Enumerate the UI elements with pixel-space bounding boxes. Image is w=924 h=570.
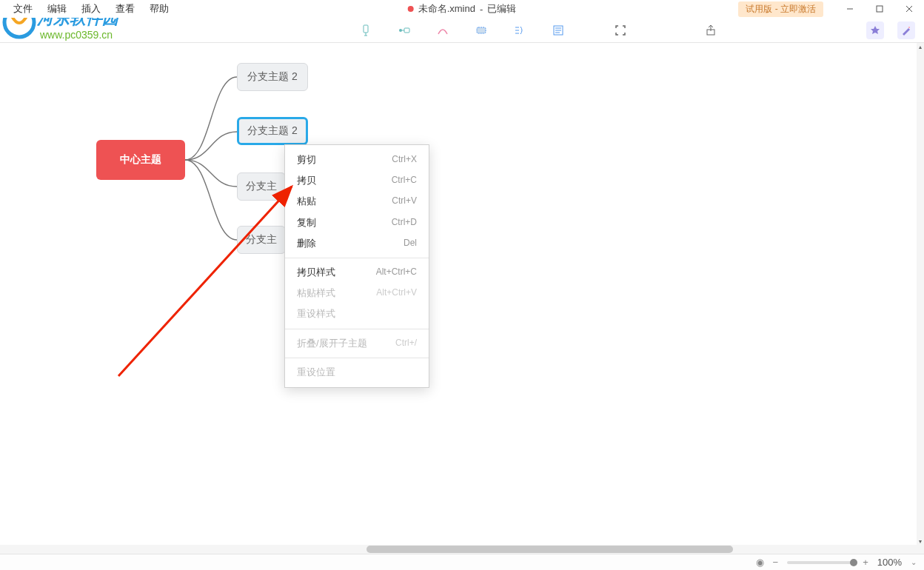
fullscreen-icon[interactable] [612,21,629,39]
relationship-icon[interactable] [434,21,452,39]
menu-reset-style: 重设样式 [285,304,429,324]
scroll-thumb[interactable] [366,546,733,553]
close-button[interactable] [894,0,924,18]
svg-rect-4 [364,25,368,33]
menu-separator [285,358,429,358]
menu-paste[interactable]: 粘贴Ctrl+V [285,191,429,212]
format-icon[interactable] [897,21,915,39]
canvas[interactable]: 中心主题 分支主题 2 分支主题 2 分支主 分支主 剪切Ctrl+X 拷贝Ct… [0,43,917,554]
svg-point-7 [399,29,402,32]
zoom-slider[interactable] [787,561,854,564]
menu-file[interactable]: 文件 [6,1,40,17]
add-subtopic-icon[interactable] [357,21,375,39]
svg-rect-10 [477,27,486,33]
zoom-level[interactable]: 100% [877,557,902,568]
unsaved-indicator-icon [408,6,414,12]
add-topic-after-icon[interactable] [395,21,413,39]
minimize-button[interactable] [835,0,865,18]
toolbar [0,18,924,43]
maximize-button[interactable] [865,0,894,18]
menubar: 文件 编辑 插入 查看 帮助 未命名.xmind - 已编辑 试用版 - 立即激… [0,0,924,18]
horizontal-scrollbar[interactable] [0,545,917,554]
summary-icon[interactable] [511,21,529,39]
svg-point-19 [908,27,910,28]
outline-icon[interactable] [549,21,567,39]
trial-badge[interactable]: 试用版 - 立即激活 [738,1,823,17]
window-title: 未命名.xmind - 已编辑 [408,2,517,16]
menu-copy[interactable]: 拷贝Ctrl+C [285,170,429,191]
window-controls: 试用版 - 立即激活 [738,0,924,18]
title-sep: - [480,4,483,15]
statusbar: ◉ − + 100% ⌄ [0,554,924,570]
central-topic[interactable]: 中心主题 [96,140,185,180]
zoom-dropdown-icon[interactable]: ⌄ [911,558,917,566]
title-status: 已编辑 [487,2,516,16]
star-icon[interactable] [866,21,884,39]
zoom-in-icon[interactable]: + [863,557,868,568]
branch-topic-4[interactable]: 分支主 [237,226,286,254]
menu-duplicate[interactable]: 复制Ctrl+D [285,212,429,233]
edges-layer [0,43,917,554]
scroll-down-icon[interactable]: ▾ [917,537,924,545]
branch-topic-3[interactable]: 分支主 [237,172,286,201]
menu-fold-unfold: 折叠/展开子主题Ctrl+/ [285,333,429,354]
visibility-icon[interactable]: ◉ [756,557,764,568]
svg-rect-8 [404,28,409,33]
boundary-icon[interactable] [472,21,490,39]
menu-separator [285,329,429,329]
scroll-up-icon[interactable]: ▴ [917,43,924,50]
toolbar-center [357,21,567,39]
menu-copy-style[interactable]: 拷贝样式Alt+Ctrl+C [285,262,429,283]
toolbar-right [612,21,915,39]
menu-view[interactable]: 查看 [108,1,142,17]
menu-edit[interactable]: 编辑 [40,1,74,17]
share-icon[interactable] [702,21,720,39]
vertical-scrollbar[interactable]: ▴ ▾ [917,43,924,545]
zoom-out-icon[interactable]: − [773,557,779,568]
menu-cut[interactable]: 剪切Ctrl+X [285,150,429,170]
branch-topic-2-selected[interactable]: 分支主题 2 [237,117,308,145]
menu-delete[interactable]: 删除Del [285,233,429,254]
context-menu: 剪切Ctrl+X 拷贝Ctrl+C 粘贴Ctrl+V 复制Ctrl+D 删除De… [284,144,429,388]
menu-help[interactable]: 帮助 [142,1,176,17]
title-filename: 未命名.xmind [418,2,475,16]
svg-rect-1 [877,6,883,12]
menu-reset-position: 重设位置 [285,362,429,383]
branch-topic-1[interactable]: 分支主题 2 [237,63,308,91]
menu-paste-style: 粘贴样式Alt+Ctrl+V [285,283,429,304]
menu-insert[interactable]: 插入 [74,1,108,17]
menu-separator [285,258,429,258]
